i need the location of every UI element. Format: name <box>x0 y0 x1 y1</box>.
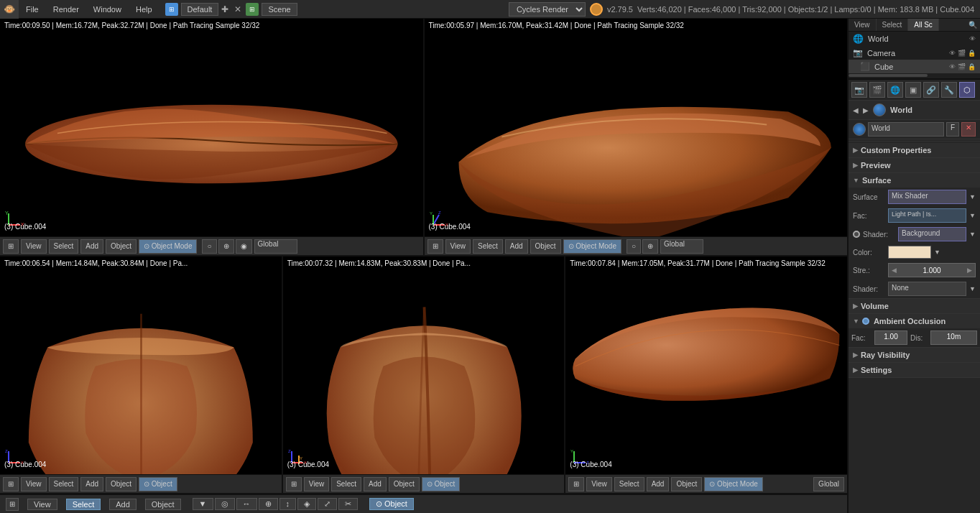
vp-bl-add[interactable]: Add <box>80 477 103 491</box>
workspace-add[interactable]: ✚ <box>221 4 228 14</box>
prop-material-icon[interactable]: ⬡ <box>959 82 975 98</box>
outliner-tab-view[interactable]: View <box>849 19 877 31</box>
outliner-scrollbar-thumb[interactable] <box>849 74 928 77</box>
viewport-top-right[interactable]: Time:00:05.97 | Mem:16.70M, Peak:31.42M … <box>425 19 848 255</box>
status-icon5[interactable]: ↕ <box>279 498 297 510</box>
workspace-name[interactable]: Default <box>181 3 219 16</box>
ao-fac-field[interactable]: 1.00 <box>874 331 907 345</box>
outliner-cube[interactable]: ⬛ Cube 👁 🎬 🔒 <box>849 60 980 73</box>
vp-tl-select[interactable]: Select <box>49 239 79 254</box>
camera-lock-btn[interactable]: 🔒 <box>968 50 976 57</box>
shader-active-dot[interactable] <box>853 231 860 238</box>
vp-tl-add[interactable]: Add <box>80 239 103 254</box>
surface-shader-field[interactable]: Mix Shader <box>888 190 966 204</box>
ray-visibility-header[interactable]: ▶ Ray Visibility <box>849 348 980 362</box>
status-icon2[interactable]: ◎ <box>215 498 235 510</box>
status-select[interactable]: Select <box>66 499 101 510</box>
viewport-bottom-left[interactable]: Time:00:06.54 | Mem:14.84M, Peak:30.84M … <box>0 256 283 493</box>
status-icon7[interactable]: ⤢ <box>318 498 337 510</box>
world-vis-btn[interactable]: 👁 <box>969 35 976 42</box>
vp-tl-pivot[interactable]: Global <box>254 239 297 254</box>
vp-tr-mode-icon[interactable]: ⊞ <box>427 239 443 254</box>
vp-br-object[interactable]: Object <box>671 477 702 491</box>
viewport-bottom-middle[interactable]: Time:00:07.32 | Mem:14.83M, Peak:30.83M … <box>283 256 566 493</box>
outliner-tab-allsc[interactable]: All Sc <box>908 19 939 31</box>
shader-dropdown[interactable]: Background <box>898 227 966 241</box>
viewport-top-left[interactable]: Time:00:09.50 | Mem:16.72M, Peak:32.72M … <box>0 19 425 255</box>
custom-properties-header[interactable]: ▶ Custom Properties <box>849 143 980 157</box>
vp-tr-object[interactable]: Object <box>530 239 561 254</box>
surface-shader-dropdown[interactable]: ▼ <box>969 193 976 200</box>
window-menu[interactable]: Window <box>86 0 129 18</box>
outliner-camera[interactable]: 📷 Camera 👁 🎬 🔒 <box>849 46 980 60</box>
vp-br-add[interactable]: Add <box>647 477 670 491</box>
render-menu[interactable]: Render <box>46 0 86 18</box>
vp-bl-mode[interactable]: ⊙ Object <box>139 477 177 491</box>
prop-render-icon[interactable]: 📷 <box>851 82 867 98</box>
vp-bl-view[interactable]: View <box>21 477 47 491</box>
status-icon4[interactable]: ⊕ <box>259 498 278 510</box>
viewport-bottom-right[interactable]: Time:00:07.84 | Mem:17.05M, Peak:31.77M … <box>565 256 847 493</box>
fac-dropdown-arrow[interactable]: ▼ <box>969 212 976 219</box>
vp-bm-object[interactable]: Object <box>389 477 420 491</box>
prop-constraint-icon[interactable]: 🔗 <box>923 82 939 98</box>
status-object[interactable]: Object <box>145 499 181 510</box>
color-picker[interactable] <box>888 246 931 259</box>
vp-br-view[interactable]: View <box>586 477 612 491</box>
camera-render-btn[interactable]: 🎬 <box>958 50 966 57</box>
outliner-search-btn[interactable]: 🔍 <box>966 19 980 31</box>
stre-field[interactable]: ◀ 1.000 ▶ <box>888 263 976 277</box>
vp-tr-view[interactable]: View <box>445 239 471 254</box>
prop-modifier-icon[interactable]: 🔧 <box>941 82 957 98</box>
vp-tr-add[interactable]: Add <box>505 239 528 254</box>
volume-header[interactable]: ▶ Volume <box>849 299 980 313</box>
nav-back[interactable]: ◀ <box>853 106 859 114</box>
status-add[interactable]: Add <box>109 499 137 510</box>
renderer-select[interactable]: Cycles Render <box>509 2 586 17</box>
vp-tl-mode-icon[interactable]: ⊞ <box>3 239 19 254</box>
world-x-btn[interactable]: ✕ <box>961 122 976 137</box>
vp-tl-object[interactable]: Object <box>106 239 137 254</box>
status-icon1[interactable]: ▼ <box>193 498 213 510</box>
vp-br-global[interactable]: Global <box>813 477 844 491</box>
ao-dis-field[interactable]: 10m <box>930 331 977 345</box>
vp-tl-icon2[interactable]: ⊕ <box>218 239 234 254</box>
status-icon3[interactable]: ↔ <box>236 498 257 510</box>
cube-vis-btn[interactable]: 👁 <box>949 63 956 70</box>
vp-bm-view[interactable]: View <box>304 477 330 491</box>
vp-tr-mode[interactable]: ⊙ Object Mode <box>563 239 621 254</box>
ao-enabled-dot[interactable] <box>862 318 869 325</box>
help-menu[interactable]: Help <box>129 0 160 18</box>
vp-tl-mode[interactable]: ⊙ Object Mode <box>139 239 197 254</box>
vp-br-mode[interactable]: ⊙ Object Mode <box>704 477 762 491</box>
shader2-dropdown[interactable]: None <box>888 282 966 296</box>
status-icon8[interactable]: ✂ <box>338 498 358 510</box>
shader-dropdown-arrow[interactable]: ▼ <box>969 231 976 238</box>
vp-br-select[interactable]: Select <box>614 477 644 491</box>
shader2-dropdown-arrow[interactable]: ▼ <box>969 285 976 292</box>
color-expand[interactable]: ▼ <box>934 249 940 256</box>
vp-bm-mode[interactable]: ⊙ Object <box>422 477 461 491</box>
status-obj-btn[interactable]: ⊙ Object <box>369 498 414 510</box>
vp-bl-object[interactable]: Object <box>106 477 137 491</box>
vp-tl-icon1[interactable]: ○ <box>202 239 216 254</box>
vp-br-icon[interactable]: ⊞ <box>568 477 584 491</box>
settings-header[interactable]: ▶ Settings <box>849 363 980 377</box>
outliner-world[interactable]: 🌐 World 👁 <box>849 32 980 46</box>
camera-vis-btn[interactable]: 👁 <box>949 50 956 57</box>
status-icon6[interactable]: ◈ <box>297 498 316 510</box>
vp-bl-icon[interactable]: ⊞ <box>3 477 19 491</box>
world-name-field[interactable]: World <box>868 122 944 137</box>
nav-fwd[interactable]: ▶ <box>863 106 869 114</box>
scene-name[interactable]: Scene <box>262 3 297 16</box>
status-icon[interactable]: ⊞ <box>6 498 19 511</box>
preview-header[interactable]: ▶ Preview <box>849 158 980 172</box>
vp-tl-icon3[interactable]: ◉ <box>236 239 252 254</box>
vp-tr-icon1[interactable]: ○ <box>627 239 641 254</box>
outliner-tab-select[interactable]: Select <box>877 19 909 31</box>
world-f-btn[interactable]: F <box>946 122 959 137</box>
surface-header[interactable]: ▼ Surface <box>849 173 980 188</box>
file-menu[interactable]: File <box>19 0 46 18</box>
vp-tl-view[interactable]: View <box>21 239 47 254</box>
vp-bm-add[interactable]: Add <box>364 477 387 491</box>
